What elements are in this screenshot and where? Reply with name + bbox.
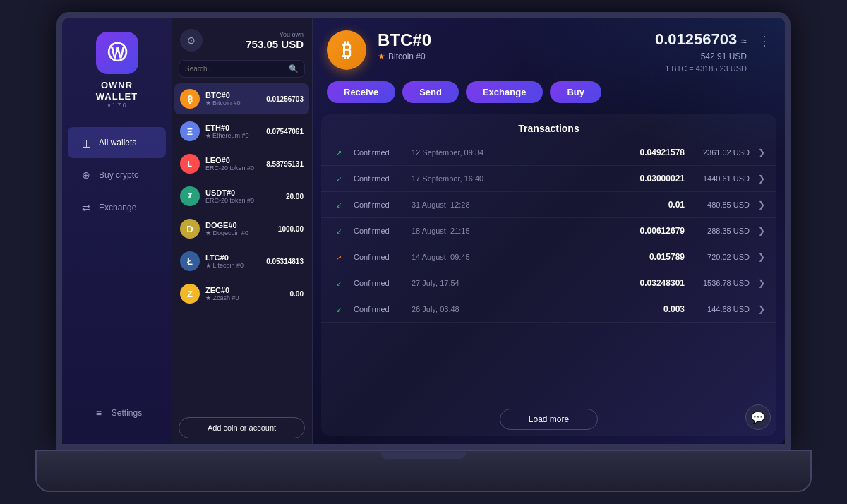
logo-icon: Ⓦ bbox=[107, 40, 127, 66]
exchange-button[interactable]: Exchange bbox=[466, 81, 543, 103]
selected-coin-title: BTC#0 bbox=[378, 30, 644, 50]
exchange-icon: ⇄ bbox=[79, 200, 93, 215]
tx-status: Confirmed bbox=[354, 253, 403, 261]
app-version: v.1.7.0 bbox=[107, 102, 126, 109]
coin-amount-doge: 1000.00 bbox=[278, 225, 304, 233]
tx-status: Confirmed bbox=[354, 148, 403, 157]
coin-sub-eth: ★ Ethereum #0 bbox=[205, 132, 260, 139]
coin-item-eth[interactable]: Ξ ETH#0 ★ Ethereum #0 0.07547061 bbox=[174, 116, 309, 147]
table-row: ↗ Confirmed 14 August, 09:45 0.015789 72… bbox=[321, 244, 776, 270]
chevron-down-icon[interactable]: ❯ bbox=[758, 174, 765, 184]
tx-amount-crypto: 0.03000021 bbox=[628, 174, 685, 184]
table-row: ↙ Confirmed 27 July, 17:54 0.03248301 15… bbox=[321, 270, 776, 296]
tx-status: Confirmed bbox=[354, 279, 403, 287]
chevron-down-icon[interactable]: ❯ bbox=[758, 226, 765, 236]
wallet-list-panel: ⊙ You own 753.05 USD 🔍 ₿ bbox=[172, 18, 313, 444]
eth-coin-icon: Ξ bbox=[180, 121, 200, 141]
tx-amount-usd: 288.35 USD bbox=[693, 227, 750, 235]
tx-amount-usd: 1440.61 USD bbox=[693, 174, 750, 183]
coin-amount-leo: 8.58795131 bbox=[266, 160, 304, 168]
transactions-section: Transactions ↗ Confirmed 12 September, 0… bbox=[321, 114, 776, 436]
coin-amount-ltc: 0.05314813 bbox=[266, 258, 304, 265]
sidebar-item-settings[interactable]: ≡ Settings bbox=[80, 397, 153, 428]
chevron-down-icon[interactable]: ❯ bbox=[758, 252, 765, 262]
coin-sub-zec: ★ Zcash #0 bbox=[205, 294, 284, 301]
table-row: ↗ Confirmed 12 September, 09:34 0.049215… bbox=[321, 140, 776, 166]
coin-sub-doge: ★ Dogecoin #0 bbox=[205, 229, 272, 236]
tx-amount-usd: 1536.78 USD bbox=[693, 279, 750, 287]
tx-date: 12 September, 09:34 bbox=[412, 148, 620, 157]
sidebar-item-exchange[interactable]: ⇄ Exchange bbox=[68, 192, 166, 223]
selected-coin-usd: 542.91 USD bbox=[701, 52, 747, 61]
coin-item-leo[interactable]: L LEO#0 ERC-20 token #0 8.58795131 bbox=[174, 148, 309, 179]
incoming-arrow-icon: ↙ bbox=[332, 198, 345, 211]
load-more-row: Load more bbox=[321, 403, 776, 436]
incoming-arrow-icon: ↗ bbox=[332, 146, 345, 159]
receive-button[interactable]: Receive bbox=[327, 81, 395, 103]
coin-amount-eth: 0.07547061 bbox=[266, 128, 304, 136]
coin-amount-usdt: 20.00 bbox=[286, 193, 304, 200]
outgoing-arrow-icon: ↗ bbox=[332, 251, 345, 263]
chevron-down-icon[interactable]: ❯ bbox=[758, 304, 765, 314]
leo-coin-icon: L bbox=[180, 154, 200, 174]
coin-item-doge[interactable]: D DOGE#0 ★ Dogecoin #0 1000.00 bbox=[174, 213, 309, 244]
chevron-down-icon[interactable]: ❯ bbox=[758, 278, 765, 288]
chat-icon: 💬 bbox=[751, 411, 765, 424]
coin-sub-btc: ★ Bitcoin #0 bbox=[205, 100, 260, 107]
search-bar[interactable]: 🔍 bbox=[179, 60, 305, 78]
coin-item-usdt[interactable]: ₮ USDT#0 ERC-20 token #0 20.00 bbox=[174, 181, 309, 212]
wallet-header: ⊙ You own 753.05 USD bbox=[172, 18, 312, 57]
more-options-icon[interactable]: ⋮ bbox=[758, 33, 771, 49]
laptop-base bbox=[35, 450, 812, 492]
coin-item-ltc[interactable]: Ł LTC#0 ★ Litecoin #0 0.05314813 bbox=[174, 246, 309, 277]
load-more-button[interactable]: Load more bbox=[500, 409, 598, 430]
tx-amount-crypto: 0.00612679 bbox=[628, 226, 685, 236]
sidebar-item-buy-crypto[interactable]: ⊕ Buy crypto bbox=[68, 160, 166, 191]
coin-name-eth: ETH#0 bbox=[205, 124, 260, 132]
chevron-down-icon[interactable]: ❯ bbox=[758, 200, 765, 210]
sidebar: Ⓦ OWNR WALLET v.1.7.0 ◫ All wallets ⊕ Bu… bbox=[62, 18, 172, 444]
buy-icon: ⊕ bbox=[79, 168, 93, 182]
incoming-arrow-icon: ↙ bbox=[332, 303, 345, 316]
wallet-avatar: ⊙ bbox=[180, 29, 203, 52]
coin-sub-leo: ERC-20 token #0 bbox=[205, 164, 260, 172]
transaction-list: ↗ Confirmed 12 September, 09:34 0.049215… bbox=[321, 140, 776, 403]
tx-amount-usd: 720.02 USD bbox=[693, 253, 750, 261]
tx-amount-crypto: 0.015789 bbox=[628, 252, 685, 262]
buy-button[interactable]: Buy bbox=[550, 81, 601, 103]
tx-amount-usd: 480.85 USD bbox=[693, 200, 750, 209]
coin-name-btc: BTC#0 bbox=[205, 91, 260, 100]
tx-status: Confirmed bbox=[354, 200, 403, 209]
tx-amount-crypto: 0.01 bbox=[628, 200, 685, 210]
nav-items: ◫ All wallets ⊕ Buy crypto ⇄ Exchange bbox=[62, 126, 172, 397]
selected-coin-rate: 1 BTC = 43185.23 USD bbox=[665, 64, 747, 73]
tx-date: 18 August, 21:15 bbox=[412, 227, 620, 235]
tx-amount-crypto: 0.04921578 bbox=[628, 148, 685, 157]
tx-amount-usd: 144.68 USD bbox=[693, 305, 750, 313]
chat-button[interactable]: 💬 bbox=[745, 404, 771, 430]
search-icon: 🔍 bbox=[289, 64, 299, 73]
coin-item-zec[interactable]: Z ZEC#0 ★ Zcash #0 0.00 bbox=[174, 278, 309, 309]
coin-name-zec: ZEC#0 bbox=[205, 286, 284, 294]
coin-amount-zec: 0.00 bbox=[290, 290, 304, 298]
tx-date: 17 September, 16:40 bbox=[412, 174, 620, 183]
tx-date: 26 July, 03:48 bbox=[412, 305, 620, 313]
add-coin-button[interactable]: Add coin or account bbox=[179, 417, 305, 438]
wallet-icon: ◫ bbox=[79, 136, 93, 150]
tx-status: Confirmed bbox=[354, 227, 403, 235]
balance-amount: 753.05 USD bbox=[246, 38, 304, 50]
selected-coin-balance: 0.01256703 ≈ bbox=[655, 30, 747, 49]
logo: Ⓦ bbox=[96, 32, 138, 74]
search-input[interactable] bbox=[185, 65, 289, 73]
chevron-down-icon[interactable]: ❯ bbox=[758, 148, 765, 157]
sidebar-item-all-wallets[interactable]: ◫ All wallets bbox=[68, 127, 166, 158]
tx-date: 14 August, 09:45 bbox=[412, 253, 620, 261]
tx-status: Confirmed bbox=[354, 174, 403, 183]
coin-name-ltc: LTC#0 bbox=[205, 253, 260, 262]
doge-coin-icon: D bbox=[180, 219, 200, 239]
coin-amount-btc: 0.01256703 bbox=[266, 95, 304, 103]
send-button[interactable]: Send bbox=[402, 81, 459, 103]
coin-sub-usdt: ERC-20 token #0 bbox=[205, 197, 280, 204]
table-row: ↙ Confirmed 18 August, 21:15 0.00612679 … bbox=[321, 218, 776, 244]
coin-item-btc[interactable]: ₿ BTC#0 ★ Bitcoin #0 0.01256703 bbox=[174, 83, 309, 114]
